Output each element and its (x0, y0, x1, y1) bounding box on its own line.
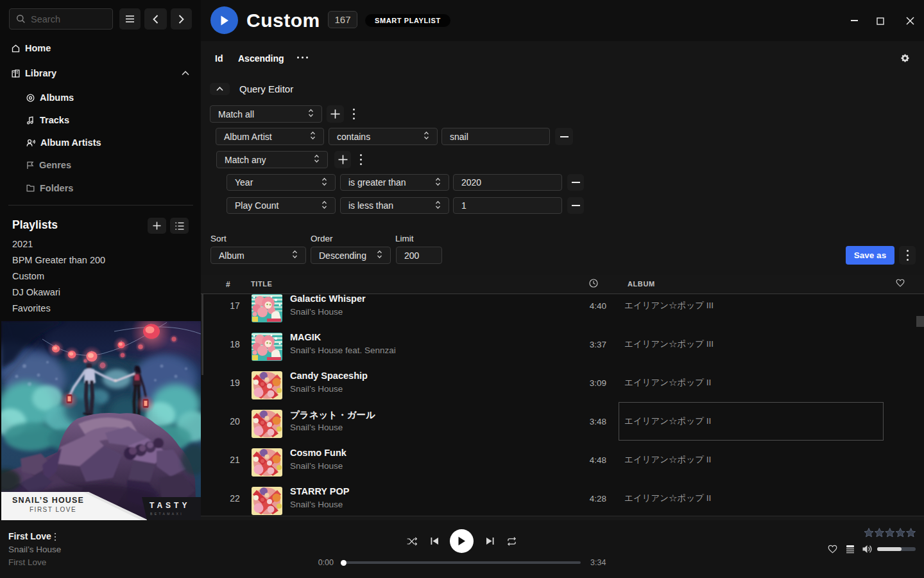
svg-text:FIRST LOVE: FIRST LOVE (30, 506, 76, 513)
svg-text:TASTY: TASTY (150, 501, 190, 510)
svg-text:SNAIL’S HOUSE: SNAIL’S HOUSE (12, 496, 84, 505)
svg-text:BETAMAXI: BETAMAXI (150, 512, 184, 516)
